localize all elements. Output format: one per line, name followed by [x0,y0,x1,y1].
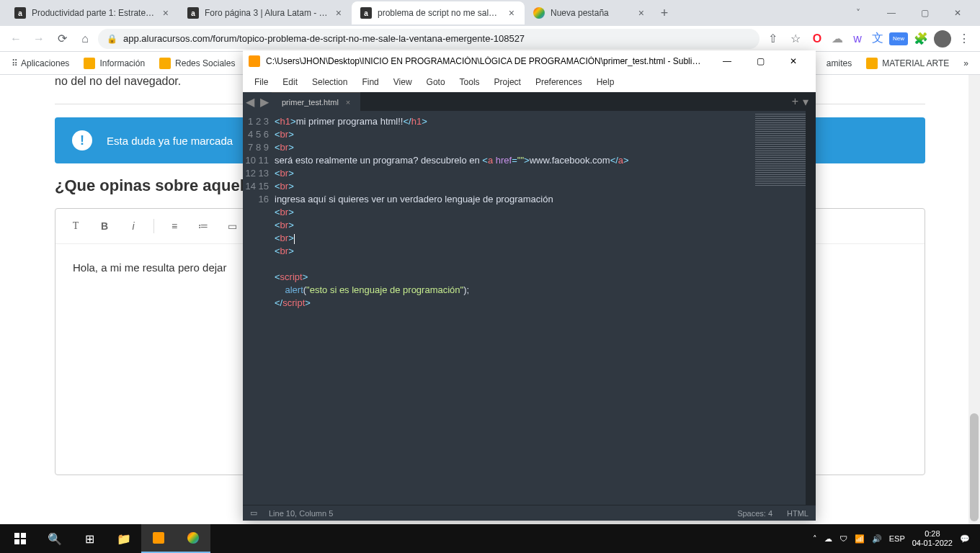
tray-overflow-button[interactable]: ˄ [813,534,817,544]
extension-wappalyzer-icon[interactable]: w [849,30,866,48]
sublime-titlebar[interactable]: C:\Users\JHON\Desktop\INICIO EN PROGRAMA… [243,50,816,72]
wifi-icon[interactable]: 📶 [855,534,865,544]
bold-button[interactable]: B [93,215,116,238]
status-bar: ▭ Line 10, Column 5 Spaces: 4 HTML [243,505,816,521]
svg-rect-1 [21,533,26,538]
volume-icon[interactable]: 🔊 [872,534,882,544]
minimize-button[interactable]: — [875,1,908,24]
bookmark-folder[interactable]: amites [821,53,858,73]
menu-help[interactable]: Help [589,77,622,87]
menu-selection[interactable]: Selection [305,77,355,87]
apps-button[interactable]: ⠿Aplicaciones [6,53,75,73]
svg-rect-3 [21,539,26,544]
lock-icon: 🔒 [107,34,117,44]
page-scrollbar[interactable] [968,75,980,524]
extension-translate-icon[interactable]: 文 [869,30,886,48]
bookmarks-overflow[interactable]: » [958,53,974,73]
bullet-list-button[interactable]: ≡ [163,215,186,238]
tab-title: problema de script no me sale la [378,8,502,18]
file-explorer-button[interactable]: 📁 [107,524,141,553]
security-icon[interactable]: 🛡 [839,534,847,543]
extensions-button[interactable]: 🧩 [911,29,931,49]
language-indicator[interactable]: ESP [889,534,905,543]
minimize-button[interactable]: — [710,50,744,72]
panel-toggle-icon[interactable]: ▭ [250,508,257,518]
bookmark-star-button[interactable]: ☆ [785,29,806,49]
close-icon[interactable]: × [637,7,646,19]
minimap[interactable] [755,114,806,186]
cursor-position[interactable]: Line 10, Column 5 [269,509,333,518]
code-content[interactable]: <h1>mi primer programa html!!</h1> <br> … [275,111,816,505]
close-icon[interactable]: × [507,7,516,19]
editor-scrollbar[interactable] [806,111,816,505]
task-view-button[interactable]: ⊞ [72,524,107,553]
extension-opera-icon[interactable]: O [808,30,826,48]
code-block-button[interactable]: ▭ [220,215,244,238]
indentation-status[interactable]: Spaces: 4 [737,509,772,518]
menu-project[interactable]: Project [487,77,528,87]
chrome-menu-button[interactable]: ⋮ [954,29,974,49]
sublime-text-window: C:\Users\JHON\Desktop\INICIO EN PROGRAMA… [243,50,816,521]
onedrive-icon[interactable]: ☁ [824,534,832,544]
bookmark-folder[interactable]: Redes Sociales [153,53,241,73]
menu-edit[interactable]: Edit [275,77,305,87]
editor-area[interactable]: 1 2 3 4 5 6 7 8 9 10 11 12 13 14 15 16 <… [243,111,816,505]
forward-button[interactable]: → [29,29,49,49]
heading-button[interactable]: T [64,215,87,238]
close-icon[interactable]: × [161,7,170,19]
chevron-down-icon[interactable]: ˅ [842,1,875,24]
extension-new-icon[interactable]: New [889,32,908,45]
editor-tab[interactable]: primer_test.html × [272,92,360,111]
bookmark-folder[interactable]: MATERIAL ARTE [860,53,955,73]
extension-icon[interactable]: ☁ [829,30,846,48]
folder-icon [84,58,95,69]
start-button[interactable] [3,524,37,553]
tab-menu-button[interactable]: ▾ [803,95,808,109]
sublime-tab-bar: ◀ ▶ primer_test.html × + ▾ [243,92,816,111]
close-icon[interactable]: × [346,98,350,107]
maximize-button[interactable]: ▢ [744,50,777,72]
browser-tab-4[interactable]: Nueva pestaña× [525,1,654,24]
tab-prev-button[interactable]: ◀ [243,92,257,111]
tab-favicon: a [14,7,26,19]
numbered-list-button[interactable]: ≔ [192,215,215,238]
folder-icon [866,58,878,69]
search-button[interactable]: 🔍 [37,524,72,553]
notifications-button[interactable]: 💬 [960,534,970,544]
close-button[interactable]: ✕ [777,50,810,72]
menu-tools[interactable]: Tools [453,77,487,87]
browser-tab-1[interactable]: aProductividad parte 1: Estrategia...× [6,1,179,24]
browser-tab-3-active[interactable]: aproblema de script no me sale la× [352,1,525,24]
clock[interactable]: 0:28 04-01-2022 [912,529,953,548]
windows-taskbar: 🔍 ⊞ 📁 ˄ ☁ 🛡 📶 🔊 ESP 0:28 04-01-2022 💬 [0,524,980,553]
tab-favicon: a [187,7,199,19]
profile-avatar[interactable] [934,30,951,48]
share-button[interactable]: ⇧ [762,29,783,49]
bookmark-folder[interactable]: Información [78,53,151,73]
tab-title: Productividad parte 1: Estrategia... [32,8,156,18]
menu-preferences[interactable]: Preferences [528,77,589,87]
new-tab-button[interactable]: + [792,95,798,109]
text-cursor [294,234,295,244]
home-button[interactable]: ⌂ [75,29,95,49]
maximize-button[interactable]: ▢ [908,1,941,24]
back-button[interactable]: ← [6,29,26,49]
tab-label: primer_test.html [282,98,339,107]
menu-goto[interactable]: Goto [419,77,453,87]
menu-find[interactable]: Find [355,77,386,87]
menu-file[interactable]: File [247,77,275,87]
sublime-taskbar-button[interactable] [141,524,176,553]
new-tab-button[interactable]: + [654,3,674,23]
tab-next-button[interactable]: ▶ [257,92,272,111]
close-window-button[interactable]: ✕ [941,1,974,24]
chrome-taskbar-button[interactable] [176,524,210,553]
italic-button[interactable]: i [122,215,145,238]
browser-tab-2[interactable]: aForo página 3 | Alura Latam - Cu...× [179,1,352,24]
syntax-status[interactable]: HTML [787,509,808,518]
scrollbar-thumb[interactable] [970,413,979,521]
close-icon[interactable]: × [334,7,343,19]
address-bar[interactable]: 🔒 app.aluracursos.com/forum/topico-probl… [98,29,760,49]
menu-view[interactable]: View [386,77,419,87]
reload-button[interactable]: ⟳ [52,29,72,49]
line-number-gutter: 1 2 3 4 5 6 7 8 9 10 11 12 13 14 15 16 [243,111,275,505]
